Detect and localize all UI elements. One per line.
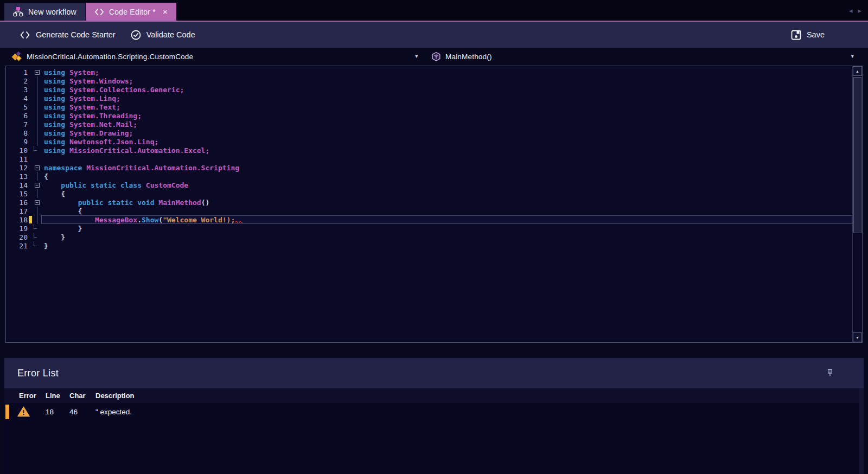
fold-slot [33,120,41,129]
panel-scrollbar-track[interactable] [859,388,864,474]
editor-vertical-scrollbar[interactable]: ▲ ▼ [852,66,862,342]
line-number: 8 [6,129,28,137]
code-text: using System.Net.Mail; [44,120,137,129]
error-table-header: Error Line Char Description [4,388,864,403]
class-selector-value: MissionCritical.Automation.Scripting.Cus… [27,53,193,61]
code-line[interactable]: 6using System.Threading; [6,111,852,120]
code-line[interactable]: 5using System.Text; [6,103,852,111]
line-content: } [41,241,852,250]
error-row[interactable]: 18 46 " expected. [4,403,864,421]
gutter-mark-slot [28,155,33,163]
code-view[interactable]: 1using System;2using System.Windows;3usi… [6,66,852,342]
code-line[interactable]: 14 public static class CustomCode [6,181,852,189]
code-line[interactable]: 15 { [6,189,852,198]
line-content: { [41,207,852,215]
line-number: 9 [6,138,28,146]
line-number: 21 [6,242,28,250]
code-line[interactable]: 21} [6,241,852,250]
class-dropdown-caret-icon[interactable]: ▾ [415,53,418,60]
validate-code-button[interactable]: Validate Code [123,22,203,48]
gutter-mark-slot [28,68,33,76]
line-number: 20 [6,233,28,241]
column-char: Char [69,392,86,400]
fold-collapse-icon [35,183,40,188]
code-line[interactable]: 9using Newtonsoft.Json.Linq; [6,137,852,146]
line-number: 16 [6,198,28,207]
line-content: using System.Windows; [41,76,852,85]
code-text: using MissionCritical.Automation.Excel; [44,146,209,155]
line-content: { [41,189,852,198]
fold-slot [33,155,41,163]
tab-scroll-left-icon[interactable]: ◂ [849,7,853,15]
line-number: 6 [6,112,28,120]
line-content: using System.Collections.Generic; [41,85,852,94]
fold-slot [33,146,41,155]
fold-slot [33,137,41,146]
line-content: using System; [41,68,852,76]
code-text: using System.Text; [44,103,120,111]
code-text: public static void MainMethod() [44,198,209,207]
code-line[interactable]: 8using System.Drawing; [6,129,852,137]
fold-slot [33,76,41,85]
code-line[interactable]: 2using System.Windows; [6,76,852,85]
fold-slot [33,233,41,241]
fold-guide [37,207,37,215]
line-number: 3 [6,86,28,94]
code-line[interactable]: 20 } [6,233,852,241]
tab-scroll-right-icon[interactable]: ▸ [858,7,861,15]
code-line[interactable]: 16 public static void MainMethod() [6,198,852,207]
code-text: } [44,225,82,233]
method-dropdown-caret-icon[interactable]: ▾ [851,53,854,60]
code-line[interactable]: 11 [6,155,852,163]
tab-code-editor[interactable]: Code Editor * × [86,3,176,21]
code-text: using System.Windows; [44,77,133,85]
pin-icon[interactable] [826,368,834,377]
code-line[interactable]: 3using System.Collections.Generic; [6,85,852,94]
line-number: 18 [6,216,28,224]
fold-guide [37,189,37,198]
fold-slot[interactable] [33,163,41,172]
line-number: 19 [6,225,28,233]
code-text: using System.Drawing; [44,129,133,137]
tab-new-workflow[interactable]: New workflow [4,3,85,21]
fold-guide [37,120,37,129]
save-button[interactable]: Save [783,22,832,48]
code-line[interactable]: 10using MissionCritical.Automation.Excel… [6,146,852,155]
code-line[interactable]: 18 MessageBox.Show("Welcome World!); [6,215,852,224]
gutter-mark-slot [28,215,33,224]
fold-slot [33,189,41,198]
code-line[interactable]: 7using System.Net.Mail; [6,120,852,129]
method-selector[interactable]: MainMethod() [431,48,492,66]
class-selector[interactable]: MissionCritical.Automation.Scripting.Cus… [11,48,193,66]
fold-slot[interactable] [33,181,41,189]
gutter-mark-slot [28,172,33,181]
code-text: } [44,233,65,241]
editor-toolbar: Generate Code Starter Validate Code Save [0,22,868,48]
code-line[interactable]: 12namespace MissionCritical.Automation.S… [6,163,852,172]
code-line[interactable]: 4using System.Linq; [6,94,852,103]
fold-slot[interactable] [33,68,41,76]
gutter-mark-slot [28,85,33,94]
gutter-mark-slot [28,233,33,241]
code-line[interactable]: 1using System; [6,68,852,76]
line-number: 17 [6,207,28,215]
scrollbar-thumb[interactable] [853,77,861,233]
fold-slot [33,224,41,233]
fold-slot[interactable] [33,198,41,207]
scroll-down-icon[interactable]: ▼ [853,332,862,342]
fold-guide [37,172,37,181]
fold-slot [33,85,41,94]
generate-code-starter-button[interactable]: Generate Code Starter [12,22,123,48]
fold-slot [33,129,41,137]
scroll-up-icon[interactable]: ▲ [853,66,862,76]
button-label: Generate Code Starter [36,30,116,39]
code-text: { [44,172,48,181]
code-line[interactable]: 19 } [6,224,852,233]
code-line[interactable]: 13{ [6,172,852,181]
close-tab-icon[interactable]: × [163,7,168,16]
code-line[interactable]: 17 { [6,207,852,215]
line-content: using System.Drawing; [41,129,852,137]
fold-slot [33,207,41,215]
fold-slot [33,94,41,103]
fold-slot [33,111,41,120]
